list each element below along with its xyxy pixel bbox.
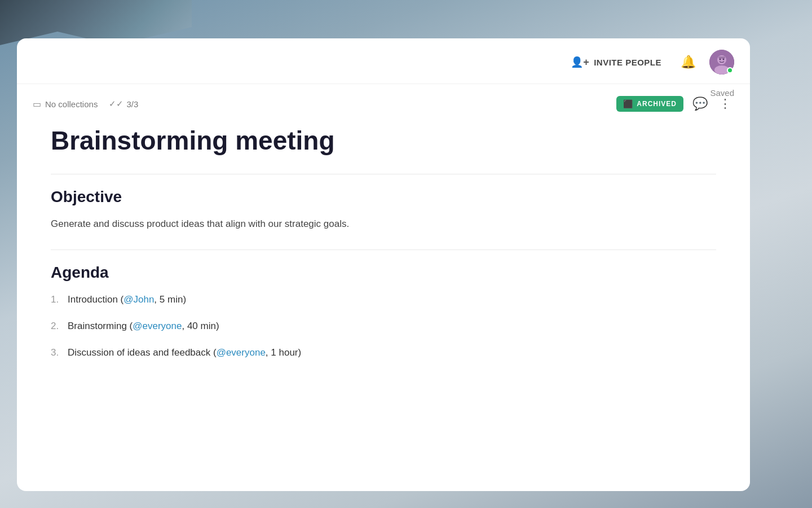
agenda-item-3: 3. Discussion of ideas and feedback (@ev… — [51, 345, 716, 360]
agenda-item-1-before: Introduction ( — [68, 294, 123, 305]
objective-body: Generate and discuss product ideas that … — [51, 216, 716, 231]
document-content: Brainstorming meeting Objective Generate… — [17, 120, 750, 491]
agenda-item-2-text: Brainstorming (@everyone, 40 min) — [68, 318, 219, 334]
notifications-button[interactable]: 🔔 — [678, 52, 698, 72]
agenda-item-3-after: , 1 hour) — [266, 347, 301, 358]
agenda-item-2-after: , 40 min) — [182, 321, 219, 331]
collections-icon: ▭ — [33, 99, 41, 110]
agenda-num-3: 3. — [51, 345, 62, 360]
agenda-item-1-text: Introduction (@John, 5 min) — [68, 292, 186, 307]
agenda-item-3-text: Discussion of ideas and feedback (@every… — [68, 345, 301, 360]
agenda-item-1: 1. Introduction (@John, 5 min) — [51, 292, 716, 307]
comments-button[interactable]: 💬 — [690, 94, 710, 113]
objective-heading: Objective — [51, 188, 716, 206]
collections-button[interactable]: ▭ No collections — [33, 99, 98, 110]
checkmark-icon: ✓✓ — [109, 99, 123, 109]
agenda-num-2: 2. — [51, 318, 62, 334]
divider-2 — [51, 249, 716, 250]
main-card: 👤+ INVITE PEOPLE 🔔 Saved — [17, 38, 750, 491]
svg-rect-5 — [718, 56, 725, 59]
bell-icon: 🔔 — [681, 55, 696, 69]
divider-1 — [51, 174, 716, 174]
no-collections-label: No collections — [45, 99, 98, 109]
agenda-item-1-after: , 5 min) — [154, 294, 186, 305]
mention-everyone-2: @everyone — [217, 347, 266, 358]
mention-john: @John — [123, 294, 154, 305]
mention-everyone-1: @everyone — [133, 321, 182, 331]
saved-status: Saved — [710, 88, 734, 98]
online-indicator — [727, 67, 733, 73]
check-count: ✓✓ 3/3 — [109, 99, 138, 109]
agenda-heading: Agenda — [51, 264, 716, 282]
comment-icon: 💬 — [692, 97, 708, 111]
archived-badge[interactable]: ⬛ ARCHIVED — [616, 96, 683, 112]
header-bar: 👤+ INVITE PEOPLE 🔔 — [17, 38, 750, 84]
check-count-label: 3/3 — [126, 99, 138, 109]
agenda-item-3-before: Discussion of ideas and feedback ( — [68, 347, 217, 358]
document-toolbar: ▭ No collections ✓✓ 3/3 ⬛ ARCHIVED 💬 ⋮ — [17, 84, 750, 120]
agenda-num-1: 1. — [51, 292, 62, 307]
invite-people-button[interactable]: 👤+ INVITE PEOPLE — [565, 52, 667, 72]
agenda-item-2: 2. Brainstorming (@everyone, 40 min) — [51, 318, 716, 334]
agenda-item-2-before: Brainstorming ( — [68, 321, 133, 331]
invite-label: INVITE PEOPLE — [594, 58, 661, 67]
kebab-icon: ⋮ — [719, 97, 732, 111]
archived-label: ARCHIVED — [637, 100, 677, 108]
agenda-list: 1. Introduction (@John, 5 min) 2. Brains… — [51, 292, 716, 361]
toolbar-left: ▭ No collections ✓✓ 3/3 — [33, 99, 138, 110]
add-person-icon: 👤+ — [571, 56, 590, 68]
user-avatar-wrap — [709, 50, 734, 75]
archive-icon: ⬛ — [623, 99, 633, 108]
document-title: Brainstorming meeting — [51, 126, 716, 156]
